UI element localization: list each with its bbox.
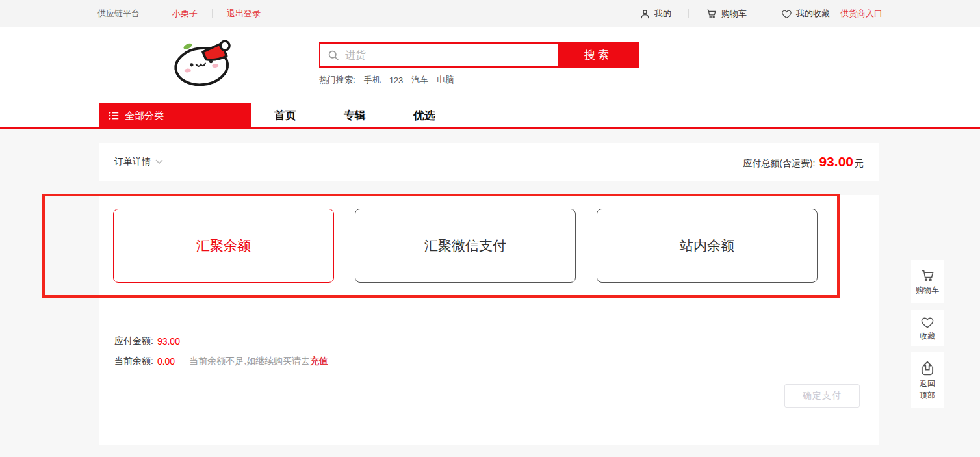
topbar-left: 供应链平台 小栗子 退出登录 bbox=[97, 0, 261, 27]
search-button[interactable]: 搜索 bbox=[558, 44, 638, 66]
cart-icon bbox=[706, 8, 717, 20]
balance-value: 0.00 bbox=[157, 356, 175, 367]
payment-card: 汇聚余额 汇聚微信支付 站内余额 应付金额: 93.00 当前余额: 0.00 … bbox=[99, 195, 879, 445]
hot-keyword[interactable]: 电脑 bbox=[437, 74, 454, 86]
cart-link[interactable]: 购物车 bbox=[706, 8, 747, 20]
order-summary-card: 订单详情 应付总额(含运费): 93.00 元 bbox=[99, 143, 879, 181]
payment-method-site-balance[interactable]: 站内余额 bbox=[597, 209, 818, 283]
order-details-toggle[interactable]: 订单详情 bbox=[114, 156, 163, 168]
amount-due-value: 93.00 bbox=[157, 336, 180, 346]
main-nav: 全部分类 首页 专辑 优选 bbox=[0, 103, 980, 129]
chevron-down-icon bbox=[155, 159, 163, 164]
payment-method-huiju-balance[interactable]: 汇聚余额 bbox=[113, 209, 334, 283]
favorites-label: 我的收藏 bbox=[796, 8, 830, 20]
divider bbox=[764, 9, 764, 18]
balance-label: 当前余额: bbox=[114, 356, 153, 367]
floating-favorite-label: 收藏 bbox=[920, 332, 935, 341]
username-link[interactable]: 小栗子 bbox=[172, 8, 198, 20]
hot-keyword[interactable]: 123 bbox=[389, 75, 404, 85]
site-logo[interactable] bbox=[164, 36, 242, 87]
favorites-link[interactable]: 我的收藏 bbox=[781, 8, 830, 20]
all-categories-button[interactable]: 全部分类 bbox=[99, 103, 251, 129]
topbar: 供应链平台 小栗子 退出登录 我的 购物车 bbox=[0, 0, 980, 27]
divider bbox=[212, 9, 213, 18]
search-input-zone bbox=[320, 44, 558, 66]
user-icon bbox=[639, 8, 651, 20]
heart-icon bbox=[781, 8, 792, 20]
nav-item-featured[interactable]: 优选 bbox=[413, 103, 435, 129]
confirm-payment-button[interactable]: 确定支付 bbox=[784, 384, 860, 408]
my-account-link[interactable]: 我的 bbox=[639, 8, 671, 20]
hot-search-row: 热门搜索: 手机 123 汽车 电脑 bbox=[319, 74, 454, 86]
supply-chain-platform-link[interactable]: 供应链平台 bbox=[97, 8, 140, 20]
hot-keyword[interactable]: 手机 bbox=[364, 74, 381, 86]
search-bar: 搜索 bbox=[319, 42, 639, 68]
mascot-logo-icon bbox=[164, 36, 242, 87]
supplier-entry-link[interactable]: 供货商入口 bbox=[840, 8, 883, 20]
amount-due-label: 应付金额: bbox=[114, 335, 153, 347]
cart-label: 购物车 bbox=[721, 8, 747, 20]
balance-row: 当前余额: 0.00 当前余额不足,如继续购买请去 充值 bbox=[114, 354, 328, 369]
all-categories-label: 全部分类 bbox=[125, 110, 164, 122]
my-account-label: 我的 bbox=[654, 8, 671, 20]
divider bbox=[99, 324, 879, 324]
payment-summary: 应付金额: 93.00 当前余额: 0.00 当前余额不足,如继续购买请去 充值 bbox=[114, 334, 328, 374]
nav-item-home[interactable]: 首页 bbox=[274, 103, 296, 129]
insufficient-balance-tip: 当前余额不足,如继续购买请去 bbox=[189, 356, 310, 367]
cart-icon bbox=[920, 268, 935, 283]
page: 供应链平台 小栗子 退出登录 我的 购物车 bbox=[0, 0, 980, 457]
order-total-unit: 元 bbox=[855, 158, 864, 170]
back-to-top-label-line2: 顶部 bbox=[920, 391, 935, 400]
order-total-label: 应付总额(含运费): bbox=[743, 158, 815, 170]
floating-favorite-button[interactable]: 收藏 bbox=[911, 310, 944, 346]
amount-due-row: 应付金额: 93.00 bbox=[114, 334, 328, 348]
recharge-link[interactable]: 充值 bbox=[310, 356, 328, 367]
order-details-label: 订单详情 bbox=[114, 156, 151, 168]
hot-search-label: 热门搜索: bbox=[319, 74, 355, 86]
back-to-top-button[interactable]: 返回 顶部 bbox=[911, 352, 944, 408]
topbar-right: 我的 购物车 我的收藏 供货商入口 bbox=[639, 0, 883, 27]
search-icon bbox=[327, 49, 340, 62]
order-total-amount: 93.00 bbox=[819, 154, 853, 170]
payment-methods: 汇聚余额 汇聚微信支付 站内余额 bbox=[113, 209, 818, 283]
payment-method-huiju-wechat[interactable]: 汇聚微信支付 bbox=[355, 209, 576, 283]
nav-item-albums[interactable]: 专辑 bbox=[344, 103, 366, 129]
search-input[interactable] bbox=[320, 44, 558, 66]
divider bbox=[688, 9, 689, 18]
header: 搜索 热门搜索: 手机 123 汽车 电脑 全部分类 首页 专辑 bbox=[0, 27, 980, 129]
order-total: 应付总额(含运费): 93.00 元 bbox=[743, 154, 864, 170]
back-to-top-icon bbox=[919, 360, 936, 377]
logout-link[interactable]: 退出登录 bbox=[227, 8, 261, 20]
back-to-top-label-line1: 返回 bbox=[920, 379, 935, 389]
nav-red-underline bbox=[0, 127, 980, 129]
heart-icon bbox=[920, 315, 935, 330]
hot-keyword[interactable]: 汽车 bbox=[411, 74, 428, 86]
floating-cart-button[interactable]: 购物车 bbox=[911, 260, 944, 303]
category-list-icon bbox=[109, 111, 119, 121]
floating-cart-label: 购物车 bbox=[916, 285, 939, 295]
